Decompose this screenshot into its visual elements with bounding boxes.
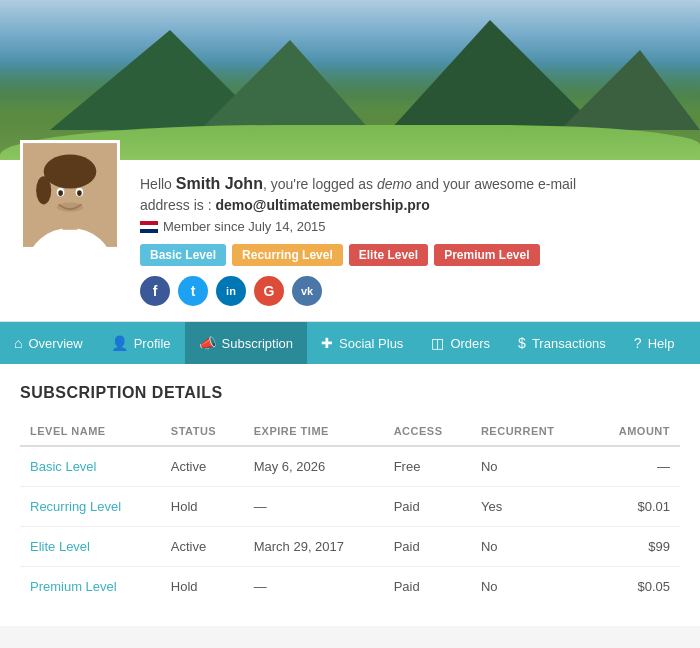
google-icon[interactable]: G (254, 276, 284, 306)
table-row: Elite Level Active March 29, 2017 Paid N… (20, 527, 680, 567)
help-icon: ? (634, 335, 642, 351)
cell-amount-0: — (590, 446, 680, 487)
badge-elite[interactable]: Elite Level (349, 244, 428, 266)
hero-banner (0, 0, 700, 160)
home-icon: ⌂ (14, 335, 22, 351)
table-body: Basic Level Active May 6, 2026 Free No —… (20, 446, 680, 606)
table-row: Recurring Level Hold — Paid Yes $0.01 (20, 487, 680, 527)
linkedin-icon[interactable]: in (216, 276, 246, 306)
cell-expire-0: May 6, 2026 (244, 446, 384, 487)
svg-point-8 (58, 190, 63, 196)
cell-level-0: Basic Level (20, 446, 161, 487)
table-row: Basic Level Active May 6, 2026 Free No — (20, 446, 680, 487)
nav-social-plus-label: Social Plus (339, 336, 403, 351)
vk-icon[interactable]: vk (292, 276, 322, 306)
dollar-icon: $ (518, 335, 526, 351)
nav-orders-label: Orders (450, 336, 490, 351)
nav-help[interactable]: ? Help (620, 322, 689, 364)
hello-text: Hello Smith John, you're logged as demo … (140, 175, 680, 193)
flag-icon (140, 221, 158, 233)
svg-point-4 (44, 155, 97, 189)
nav-subscription[interactable]: 📣 Subscription (185, 322, 308, 364)
cell-amount-3: $0.05 (590, 567, 680, 607)
cell-recurrent-2: No (471, 527, 590, 567)
cell-expire-2: March 29, 2017 (244, 527, 384, 567)
col-access: ACCESS (384, 417, 471, 446)
plus-icon: ✚ (321, 335, 333, 351)
cell-level-2: Elite Level (20, 527, 161, 567)
cell-recurrent-1: Yes (471, 487, 590, 527)
col-amount: AMOUNT (590, 417, 680, 446)
nav-profile[interactable]: 👤 Profile (97, 322, 185, 364)
cell-access-0: Free (384, 446, 471, 487)
table-row: Premium Level Hold — Paid No $0.05 (20, 567, 680, 607)
col-expire: EXPIRE TIME (244, 417, 384, 446)
hello-prefix: Hello (140, 176, 176, 192)
svg-point-10 (57, 203, 83, 212)
cell-status-0: Active (161, 446, 244, 487)
cell-access-1: Paid (384, 487, 471, 527)
cell-amount-1: $0.01 (590, 487, 680, 527)
avatar (20, 140, 120, 250)
nav-transactions-label: Transactions (532, 336, 606, 351)
nav-logout[interactable]: ⏎ (688, 322, 700, 364)
cell-level-1: Recurring Level (20, 487, 161, 527)
email-intro: and your awesome e-mail (412, 176, 576, 192)
badge-premium[interactable]: Premium Level (434, 244, 539, 266)
nav-orders[interactable]: ◫ Orders (417, 322, 504, 364)
table-head: LEVEL NAME STATUS EXPIRE TIME ACCESS REC… (20, 417, 680, 446)
cell-amount-2: $99 (590, 527, 680, 567)
col-recurrent: RECURRENT (471, 417, 590, 446)
level-link-3[interactable]: Premium Level (30, 579, 117, 594)
level-link-0[interactable]: Basic Level (30, 459, 96, 474)
nav-subscription-label: Subscription (222, 336, 294, 351)
orders-icon: ◫ (431, 335, 444, 351)
nav-bar: ⌂ Overview 👤 Profile 📣 Subscription ✚ So… (0, 322, 700, 364)
nav-social-plus[interactable]: ✚ Social Plus (307, 322, 417, 364)
cell-access-2: Paid (384, 527, 471, 567)
badge-recurring[interactable]: Recurring Level (232, 244, 343, 266)
cell-status-1: Hold (161, 487, 244, 527)
logged-as-text: , you're logged as (263, 176, 377, 192)
profile-icon: 👤 (111, 335, 128, 351)
level-link-1[interactable]: Recurring Level (30, 499, 121, 514)
nav-transactions[interactable]: $ Transactions (504, 322, 620, 364)
member-since-text: Member since July 14, 2015 (163, 219, 326, 234)
svg-point-5 (36, 176, 51, 204)
nav-overview-label: Overview (28, 336, 82, 351)
member-since: Member since July 14, 2015 (140, 219, 680, 234)
profile-section: Hello Smith John, you're logged as demo … (0, 160, 700, 322)
badge-basic[interactable]: Basic Level (140, 244, 226, 266)
table-header-row: LEVEL NAME STATUS EXPIRE TIME ACCESS REC… (20, 417, 680, 446)
cell-level-3: Premium Level (20, 567, 161, 607)
social-icons: f t in G vk (140, 276, 680, 306)
cell-status-3: Hold (161, 567, 244, 607)
twitter-icon[interactable]: t (178, 276, 208, 306)
email-line: address is : demo@ultimatemembership.pro (140, 197, 680, 213)
user-name: Smith John (176, 175, 263, 192)
cell-expire-1: — (244, 487, 384, 527)
cell-access-3: Paid (384, 567, 471, 607)
user-email: demo@ultimatemembership.pro (215, 197, 429, 213)
col-status: STATUS (161, 417, 244, 446)
svg-point-9 (77, 190, 82, 196)
nav-overview[interactable]: ⌂ Overview (0, 322, 97, 364)
subscription-table: LEVEL NAME STATUS EXPIRE TIME ACCESS REC… (20, 417, 680, 606)
cell-status-2: Active (161, 527, 244, 567)
nav-help-label: Help (648, 336, 675, 351)
profile-info: Hello Smith John, you're logged as demo … (140, 170, 680, 306)
section-title: SUBSCRIPTION DETAILS (20, 384, 680, 402)
main-content: SUBSCRIPTION DETAILS LEVEL NAME STATUS E… (0, 364, 700, 626)
cell-recurrent-0: No (471, 446, 590, 487)
col-level-name: LEVEL NAME (20, 417, 161, 446)
level-badges: Basic Level Recurring Level Elite Level … (140, 244, 680, 266)
username: demo (377, 176, 412, 192)
cell-expire-3: — (244, 567, 384, 607)
level-link-2[interactable]: Elite Level (30, 539, 90, 554)
facebook-icon[interactable]: f (140, 276, 170, 306)
cell-recurrent-3: No (471, 567, 590, 607)
subscription-icon: 📣 (199, 335, 216, 351)
nav-profile-label: Profile (134, 336, 171, 351)
